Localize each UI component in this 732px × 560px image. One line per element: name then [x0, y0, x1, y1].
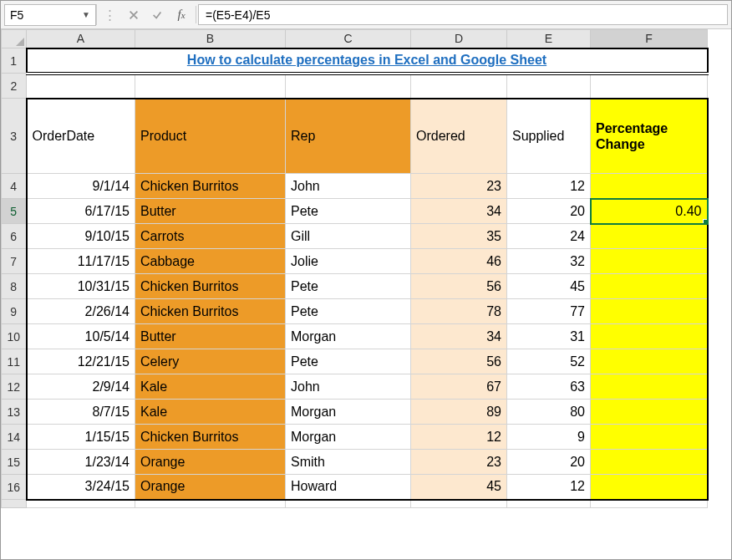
cell-product[interactable]: Chicken Burritos [135, 174, 286, 199]
cancel-icon[interactable] [122, 1, 145, 28]
cell-ordered[interactable]: 23 [411, 174, 507, 199]
row-header-3[interactable]: 3 [2, 99, 27, 174]
cell-date[interactable]: 10/31/15 [27, 274, 135, 299]
name-box[interactable]: F5 ▼ [4, 4, 96, 26]
header-orderdate[interactable]: OrderDate [27, 99, 135, 174]
cell-rep[interactable]: Morgan [286, 324, 411, 349]
cell-C17[interactable] [286, 500, 411, 508]
cell-product[interactable]: Carrots [135, 224, 286, 249]
cell-C2[interactable] [286, 74, 411, 99]
cell-rep[interactable]: Howard [286, 475, 411, 500]
cell-pct[interactable] [591, 374, 708, 400]
cell-date[interactable]: 2/9/14 [27, 374, 135, 400]
header-supplied[interactable]: Supplied [507, 99, 591, 174]
cell-product[interactable]: Orange [135, 475, 286, 500]
col-header-F[interactable]: F [591, 30, 708, 48]
cell-pct[interactable] [591, 475, 708, 500]
cell-product[interactable]: Butter [135, 199, 286, 224]
cell-E17[interactable] [507, 500, 591, 508]
cell-supplied[interactable]: 20 [507, 450, 591, 475]
row-header-13[interactable]: 13 [2, 400, 27, 425]
row-header-16[interactable]: 16 [2, 475, 27, 500]
spreadsheet-grid[interactable]: A B C D E F 1 How to calculate percentag… [1, 29, 731, 559]
col-header-C[interactable]: C [286, 30, 411, 48]
row-header-1[interactable]: 1 [2, 48, 27, 74]
cell-product[interactable]: Celery [135, 349, 286, 374]
cell-pct[interactable] [591, 224, 708, 249]
row-header-17[interactable] [2, 500, 27, 508]
cell-date[interactable]: 9/10/15 [27, 224, 135, 249]
cell-rep[interactable]: Jolie [286, 249, 411, 274]
cell-rep[interactable]: Pete [286, 299, 411, 324]
cell-pct[interactable] [591, 349, 708, 374]
cell-supplied[interactable]: 52 [507, 349, 591, 374]
cell-rep[interactable]: Pete [286, 349, 411, 374]
cell-F17[interactable] [591, 500, 708, 508]
row-header-6[interactable]: 6 [2, 224, 27, 249]
cell-D17[interactable] [411, 500, 507, 508]
cell-pct[interactable] [591, 274, 708, 299]
cell-product[interactable]: Orange [135, 450, 286, 475]
cell-E2[interactable] [507, 74, 591, 99]
row-header-12[interactable]: 12 [2, 374, 27, 400]
cell-date[interactable]: 1/15/15 [27, 425, 135, 450]
cell-date[interactable]: 3/24/15 [27, 475, 135, 500]
cell-pct[interactable] [591, 425, 708, 450]
cell-ordered[interactable]: 35 [411, 224, 507, 249]
cell-supplied[interactable]: 77 [507, 299, 591, 324]
enter-icon[interactable] [145, 1, 169, 28]
cell-supplied[interactable]: 20 [507, 199, 591, 224]
cell-pct[interactable] [591, 249, 708, 274]
cell-F2[interactable] [591, 74, 708, 99]
cell-D2[interactable] [411, 74, 507, 99]
cell-B2[interactable] [135, 74, 286, 99]
cell-rep[interactable]: Gill [286, 224, 411, 249]
cell-pct[interactable] [591, 324, 708, 349]
row-header-14[interactable]: 14 [2, 425, 27, 450]
cell-ordered[interactable]: 56 [411, 274, 507, 299]
cell-pct[interactable] [591, 450, 708, 475]
cell-product[interactable]: Kale [135, 400, 286, 425]
cell-rep[interactable]: John [286, 174, 411, 199]
cell-rep[interactable]: Pete [286, 274, 411, 299]
row-header-15[interactable]: 15 [2, 450, 27, 475]
cell-supplied[interactable]: 80 [507, 400, 591, 425]
col-header-E[interactable]: E [507, 30, 591, 48]
cell-ordered[interactable]: 67 [411, 374, 507, 400]
cell-product[interactable]: Chicken Burritos [135, 274, 286, 299]
cell-pct[interactable] [591, 174, 708, 199]
cell-product[interactable]: Chicken Burritos [135, 425, 286, 450]
cell-ordered[interactable]: 45 [411, 475, 507, 500]
cell-B17[interactable] [135, 500, 286, 508]
cell-product[interactable]: Cabbage [135, 249, 286, 274]
cell-A17[interactable] [27, 500, 135, 508]
row-header-11[interactable]: 11 [2, 349, 27, 374]
cell-rep[interactable]: Morgan [286, 425, 411, 450]
header-percentage-change[interactable]: Percentage Change [591, 99, 708, 174]
cell-pct[interactable]: 0.40 [591, 199, 708, 224]
cell-supplied[interactable]: 31 [507, 324, 591, 349]
cell-supplied[interactable]: 32 [507, 249, 591, 274]
cell-A2[interactable] [27, 74, 135, 99]
cell-rep[interactable]: Pete [286, 199, 411, 224]
cell-supplied[interactable]: 45 [507, 274, 591, 299]
cell-ordered[interactable]: 23 [411, 450, 507, 475]
cell-ordered[interactable]: 34 [411, 324, 507, 349]
cell-pct[interactable] [591, 400, 708, 425]
cell-date[interactable]: 11/17/15 [27, 249, 135, 274]
cell-pct[interactable] [591, 299, 708, 324]
cell-product[interactable]: Butter [135, 324, 286, 349]
row-header-10[interactable]: 10 [2, 324, 27, 349]
row-header-8[interactable]: 8 [2, 274, 27, 299]
cell-ordered[interactable]: 12 [411, 425, 507, 450]
cell-date[interactable]: 1/23/14 [27, 450, 135, 475]
cell-date[interactable]: 9/1/14 [27, 174, 135, 199]
cell-date[interactable]: 2/26/14 [27, 299, 135, 324]
title-cell[interactable]: How to calculate percentages in Excel an… [27, 48, 708, 74]
cell-date[interactable]: 6/17/15 [27, 199, 135, 224]
cell-supplied[interactable]: 63 [507, 374, 591, 400]
formula-input[interactable]: =(E5-E4)/E5 [198, 4, 728, 25]
cell-date[interactable]: 8/7/15 [27, 400, 135, 425]
select-all-corner[interactable] [2, 30, 27, 48]
header-rep[interactable]: Rep [286, 99, 411, 174]
